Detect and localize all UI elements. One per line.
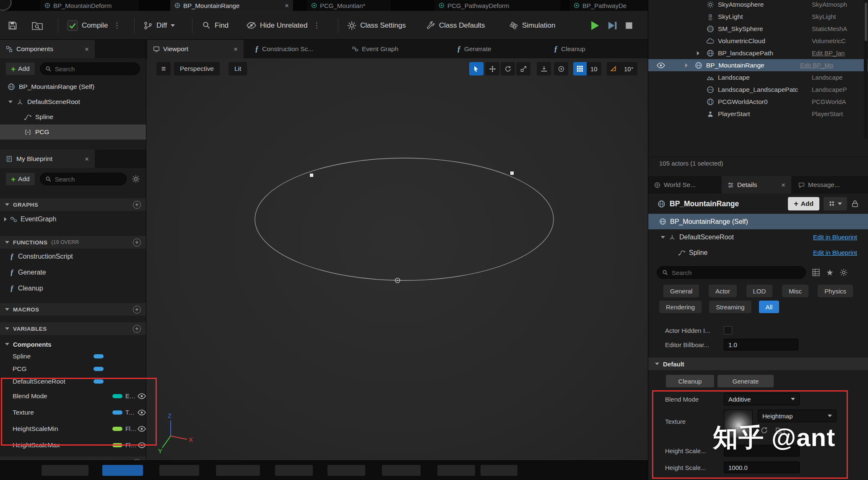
outliner-row[interactable]: PCGWorldActor0 PCGWorldA [648,96,868,108]
filter-rendering[interactable]: Rendering [659,301,702,313]
display-options-icon[interactable] [812,268,820,277]
dock-item[interactable] [216,465,260,476]
lit-button[interactable]: Lit [229,62,247,75]
move-tool-button[interactable] [485,62,499,75]
lock-icon[interactable] [851,200,859,208]
function-item[interactable]: ƒ ConstructionScript [0,249,146,265]
tab-cleanup[interactable]: ƒ Cleanup [548,40,605,58]
close-icon[interactable]: × [85,156,89,163]
expand-arrow-icon[interactable] [697,51,699,55]
frame-skip-icon[interactable] [607,20,618,31]
outliner-row[interactable]: Landscape_LandscapePatc LandscapeP [648,83,868,96]
expand-arrow-icon[interactable] [685,63,688,67]
tab-details[interactable]: Details × [722,176,791,194]
add-blueprint-item-button[interactable]: + Add [6,173,35,185]
expand-arrow-icon[interactable] [661,236,665,239]
spline-point[interactable] [510,171,514,175]
simulation-button[interactable]: Simulation [509,11,555,40]
cleanup-button[interactable]: Cleanup [666,375,714,387]
actor-snap-button[interactable] [554,62,568,75]
browse-button[interactable] [32,11,43,40]
details-settings-gear-icon[interactable] [839,268,848,277]
event-graph-item[interactable]: EventGraph [0,211,146,228]
viewport-menu-button[interactable]: ≡ [156,62,171,75]
edit-in-blueprint-link[interactable]: Edit in Blueprint [813,234,857,241]
angle-snap-control[interactable]: 10° [607,62,637,75]
class-defaults-button[interactable]: Class Defaults [426,11,485,40]
outliner-row-selected[interactable]: BP_MountainRange Edit BP_Mo [648,59,868,71]
select-tool-button[interactable] [469,62,483,75]
find-button[interactable]: Find [202,11,229,40]
stop-icon[interactable] [624,21,634,30]
save-button[interactable] [8,11,18,40]
dock-item[interactable] [327,465,365,476]
spline-point[interactable] [310,174,313,177]
favorites-star-icon[interactable]: ★ [826,268,834,277]
compile-options-icon[interactable]: ⋮ [113,21,120,30]
edit-in-blueprint-link[interactable]: Edit in Blueprint [813,249,857,256]
my-blueprint-search-input[interactable] [55,176,121,183]
tree-row-scene-root[interactable]: DefaultSceneRoot [0,94,146,109]
scale-tool-button[interactable] [516,62,530,75]
details-search[interactable] [657,266,806,279]
add-variable-icon[interactable]: + [133,325,141,333]
rotate-tool-button[interactable] [501,62,515,75]
tab-message-log[interactable]: Message... [793,176,868,194]
macros-header[interactable]: MACROS + [0,303,146,316]
editor-billboard-field[interactable]: 1.0 [724,339,798,350]
my-blueprint-search[interactable] [40,173,127,185]
filter-lod[interactable]: LOD [746,285,773,297]
details-tree-row-spline[interactable]: Spline Edit in Blueprint [648,245,868,260]
dock-item[interactable] [42,465,88,476]
outliner-row[interactable]: SM_SkySphere StaticMeshA [648,23,868,35]
dock-item[interactable] [159,465,199,476]
filter-misc[interactable]: Misc [782,285,808,297]
add-macro-icon[interactable]: + [133,306,141,314]
details-search-input[interactable] [672,269,800,276]
edit-blueprint-link[interactable]: Edit BP_Mo [800,62,868,69]
details-tree-row-self[interactable]: BP_MountainRange (Self) [648,214,868,229]
play-icon[interactable] [589,20,600,31]
variable-row[interactable]: PCG [0,363,146,375]
tab-viewport[interactable]: Viewport × [147,40,244,58]
dock-item[interactable] [275,465,313,476]
close-icon[interactable]: × [234,46,238,53]
tab-world-settings[interactable]: World Se... [648,176,720,194]
dock-item-active[interactable] [102,465,143,476]
tree-row-pcg[interactable]: PCG [0,125,146,140]
function-item[interactable]: ƒ Cleanup [0,280,146,296]
class-settings-button[interactable]: Class Settings [347,11,406,40]
tab-pcg-mountian[interactable]: PCG_Mountian* [307,0,392,11]
tree-row-self[interactable]: BP_MountainRange (Self) [0,79,146,94]
viewport-canvas[interactable]: Z X Y ≡ Perspective Lit [146,58,648,460]
scrollbar-track[interactable] [864,0,868,138]
functions-header[interactable]: FUNCTIONS (19 OVERR + [0,236,146,249]
settings-gear-icon[interactable] [132,175,140,183]
hide-unrelated-button[interactable]: Hide Unrelated ⋮ [247,11,320,40]
close-icon[interactable]: × [781,182,785,189]
generate-button[interactable]: Generate [717,375,774,387]
function-item[interactable]: ƒ Generate [0,265,146,280]
components-search[interactable] [40,62,140,75]
grid-snap-control[interactable]: 10 [573,62,601,75]
outliner-row[interactable]: SkyLight SkyLight [648,10,868,23]
tab-generate[interactable]: ƒ Generate [451,40,508,58]
graphs-header[interactable]: GRAPHS + [0,198,146,211]
expand-arrow-icon[interactable] [8,101,13,103]
outliner-row[interactable]: VolumetricCloud VolumetricC [648,35,868,47]
filter-general[interactable]: General [663,285,699,297]
hide-unrelated-options-icon[interactable]: ⋮ [313,21,320,30]
outliner-row[interactable]: Landscape Landscape [648,71,868,83]
details-tree-row-scene-root[interactable]: DefaultSceneRoot Edit in Blueprint [648,229,868,245]
tab-pcg-pathwaydeform[interactable]: PCG_PathwayDeform [434,0,561,11]
outliner-row[interactable]: SkyAtmosphere SkyAtmosph [648,0,868,10]
compile-button[interactable]: Compile ⋮ [67,11,120,40]
tab-event-graph[interactable]: Event Graph [346,40,422,58]
close-icon[interactable]: × [285,2,289,9]
tab-construction-script[interactable]: ƒ Construction Sc... [249,40,342,58]
add-function-icon[interactable]: + [133,239,141,246]
tab-bp-pathwayde[interactable]: BP_PathwayDe [569,0,648,11]
eye-icon[interactable] [657,62,665,68]
close-icon[interactable]: × [85,46,89,53]
tab-bp-mountainrange[interactable]: BP_MountainRange × [170,0,294,11]
